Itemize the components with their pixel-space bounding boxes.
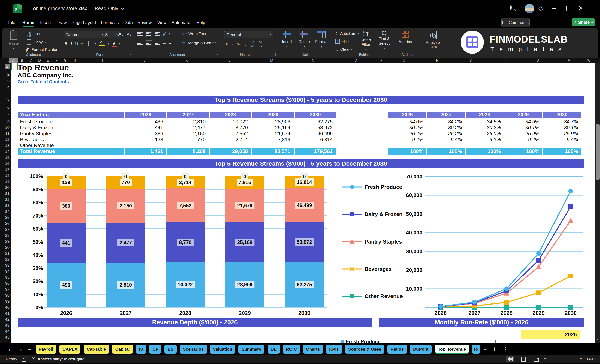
table-header-label[interactable]: Year Ending [18, 111, 124, 118]
pct-cell[interactable]: 25.9% [543, 131, 578, 136]
value-cell[interactable]: 28,906 [252, 119, 290, 125]
year-header-2029[interactable]: 2029 [252, 111, 294, 118]
row-header-1[interactable]: 1 [5, 64, 9, 69]
vertical-scrollbar[interactable]: ▼ [595, 63, 600, 343]
shrink-font-icon[interactable]: A▼ [127, 32, 132, 37]
year-header-2030[interactable]: 2030 [295, 111, 336, 118]
format-cells-button[interactable]: Format▾ [315, 31, 328, 48]
select-all-corner[interactable] [8, 60, 10, 62]
pct-cell[interactable]: 34.0% [388, 119, 423, 125]
font-size-buttons[interactable]: A▲ A▼ [118, 32, 132, 37]
clipboard-dialog-launcher[interactable]: ↘ [56, 53, 59, 56]
increase-indent-icon[interactable]: ⇥ [168, 41, 172, 46]
total-value-cell[interactable]: 1,461 [125, 148, 167, 155]
row-header-24[interactable]: 24 [5, 209, 9, 214]
sheet-tab-roic[interactable]: ROIC [283, 345, 300, 354]
sheet-tab-cf[interactable]: CF [149, 345, 161, 354]
add-ins-button[interactable]: Add-ins [399, 31, 412, 44]
row-header-17[interactable]: 17 [5, 167, 9, 172]
column-header-G[interactable]: G [62, 58, 68, 63]
value-cell[interactable]: - [168, 143, 206, 148]
value-cell[interactable]: 138 [125, 137, 163, 143]
row-header-20[interactable]: 20 [5, 185, 9, 190]
align-bottom-icon[interactable] [155, 32, 160, 36]
macro-record-icon[interactable] [21, 357, 26, 362]
row-header-15[interactable]: 15 [5, 155, 9, 160]
pct-cell[interactable]: - [388, 143, 423, 148]
row-header-3[interactable]: 3 [7, 79, 9, 83]
menu-tab-file[interactable]: File [7, 19, 17, 26]
avatar[interactable] [525, 4, 534, 13]
decrease-indent-icon[interactable]: ⇤ [162, 41, 166, 46]
value-cell[interactable]: 7,552 [210, 131, 248, 136]
pct-cell[interactable]: - [466, 143, 501, 148]
pct-cell[interactable]: - [543, 143, 578, 148]
number-format-select[interactable]: General▾ [224, 31, 273, 38]
total-pct-cell[interactable]: 100% [466, 148, 504, 155]
column-header-P[interactable]: P [379, 58, 384, 63]
fill-color-icon[interactable] [99, 42, 105, 46]
pct-cell[interactable]: 34.6% [504, 119, 539, 125]
value-cell[interactable]: 496 [125, 119, 163, 125]
prev-sheet-icon[interactable]: ‹ [9, 346, 11, 353]
menu-tab-formulas[interactable]: Formulas [99, 19, 121, 26]
total-pct-cell[interactable]: 100% [388, 148, 426, 155]
column-header-F[interactable]: F [54, 58, 59, 63]
bold-button[interactable]: B [65, 42, 67, 46]
menu-tab-draw[interactable]: Draw [55, 19, 68, 26]
sheet-tab-summary[interactable]: Summary [238, 345, 264, 354]
close-icon[interactable]: × [579, 4, 583, 12]
row-header-35[interactable]: 35 [5, 275, 9, 280]
tab-more-menu-icon[interactable]: ⋮ [501, 346, 510, 352]
row-header-30[interactable]: 30 [5, 245, 9, 250]
column-header-U[interactable]: U [535, 58, 540, 63]
copy-button[interactable]: Copy ▾ [27, 39, 46, 45]
value-cell[interactable]: 46,499 [295, 131, 333, 136]
value-cell[interactable]: 16,814 [295, 137, 333, 143]
column-header-C[interactable]: C [28, 58, 33, 63]
zoom-out-icon[interactable]: − [544, 356, 547, 362]
value-cell[interactable]: 21,679 [252, 131, 290, 136]
row-header-33[interactable]: 33 [5, 263, 9, 268]
accessibility-status[interactable]: Accessibility: Investigate [38, 357, 84, 361]
column-header-Q[interactable]: Q [401, 58, 407, 63]
pct-cell[interactable]: 34.7% [543, 119, 578, 125]
value-cell[interactable]: - [125, 143, 163, 148]
menu-tab-view[interactable]: View [156, 19, 168, 26]
zoom-in-icon[interactable]: + [580, 356, 583, 362]
sheet-tab-is[interactable]: IS [136, 345, 146, 354]
normal-view-icon[interactable] [506, 356, 514, 362]
row-header-45[interactable]: 45 [5, 335, 9, 340]
column-header-V[interactable]: V [566, 58, 572, 63]
value-cell[interactable]: 25,169 [252, 125, 290, 131]
pct-cell[interactable]: 26.4% [388, 131, 423, 136]
comma-style-icon[interactable]: , [244, 41, 246, 47]
page-layout-icon[interactable] [519, 356, 528, 362]
sheet-tab-top_revenue[interactable]: Top_Revenue [435, 345, 469, 354]
scroll-down-icon[interactable]: ▼ [596, 338, 599, 341]
row-header-23[interactable]: 23 [5, 203, 9, 208]
selected-cell-a1[interactable] [11, 63, 18, 71]
value-cell[interactable]: 62,275 [295, 119, 333, 125]
merge-center-button[interactable]: Merge & Center ▾ [181, 41, 219, 45]
column-header-K[interactable]: K [184, 58, 189, 63]
column-header-M[interactable]: M [269, 58, 274, 63]
row-header-44[interactable]: 44 [5, 329, 9, 334]
menu-tab-help[interactable]: Help [195, 19, 207, 26]
sheet-tab-scenarios[interactable]: Scenarios [180, 345, 206, 354]
align-left-icon[interactable] [137, 42, 143, 45]
row-header-41[interactable]: 41 [5, 311, 9, 316]
value-cell[interactable]: 53,972 [295, 125, 333, 131]
pct-cell[interactable]: 25.9% [504, 131, 539, 136]
row-header-36[interactable]: 36 [5, 281, 9, 286]
wrap-text-button[interactable]: ab↩ Wrap Text [181, 32, 206, 36]
zoom-level[interactable]: 140% [586, 357, 597, 361]
row-header-37[interactable]: 37 [5, 287, 9, 292]
row-header-10[interactable]: 10 [5, 125, 9, 130]
pct-year-header-2027[interactable]: 2027 [427, 111, 465, 118]
value-cell[interactable]: 770 [168, 137, 206, 143]
orientation-icon[interactable]: ab [162, 31, 167, 36]
page-break-icon[interactable] [532, 356, 540, 362]
row-header-16[interactable]: 16 [5, 161, 9, 166]
align-top-icon[interactable] [137, 32, 143, 36]
